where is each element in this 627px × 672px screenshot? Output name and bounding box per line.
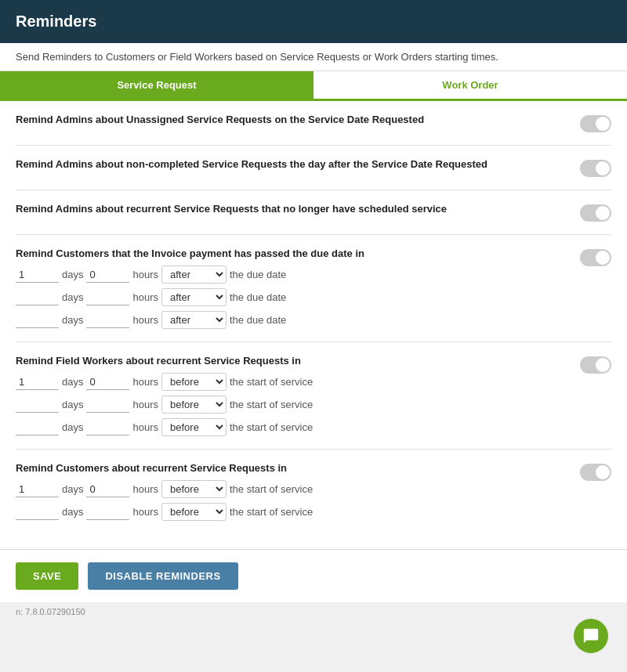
fw-days-label-2: days <box>62 399 83 410</box>
fw-days-1[interactable] <box>16 374 59 390</box>
section-invoice-due: Remind Customers that the Invoice paymen… <box>16 235 611 342</box>
fw-timing-3[interactable]: before after <box>161 418 227 436</box>
invoice-row-2: days hours after before the due date <box>16 288 567 306</box>
section-unassigned: Remind Admins about Unassigned Service R… <box>16 101 611 146</box>
invoice-hours-2[interactable] <box>86 290 129 305</box>
invoice-days-3[interactable] <box>16 313 59 328</box>
section-unassigned-title: Remind Admins about Unassigned Service R… <box>16 114 567 125</box>
section-recurrent-admin-title: Remind Admins about recurrent Service Re… <box>16 203 567 215</box>
cr-result-2: the start of service <box>230 506 313 518</box>
save-button[interactable]: SAVE <box>16 562 78 590</box>
cr-hours-2[interactable] <box>86 504 129 520</box>
cr-result-1: the start of service <box>230 483 313 495</box>
invoice-days-label-1: days <box>62 269 83 280</box>
invoice-row-3: days hours after before the due date <box>16 311 567 329</box>
cr-hours-label-1: hours <box>132 483 158 495</box>
fw-row-1: days hours before after the start of ser… <box>16 373 567 391</box>
cr-days-2[interactable] <box>16 504 59 520</box>
invoice-days-2[interactable] <box>16 290 59 305</box>
chat-icon <box>582 627 600 645</box>
invoice-hours-3[interactable] <box>86 313 129 328</box>
tab-service-request[interactable]: Service Request <box>0 71 314 99</box>
fw-hours-label-3: hours <box>132 421 158 433</box>
version-text: n: 7.8.0.07290150 <box>0 602 627 621</box>
fw-result-2: the start of service <box>230 399 313 410</box>
invoice-hours-1[interactable] <box>86 267 129 283</box>
invoice-days-1[interactable] <box>16 267 59 283</box>
page-title: Reminders <box>16 13 96 30</box>
cr-days-label-1: days <box>62 483 83 495</box>
tab-work-order[interactable]: Work Order <box>314 71 627 99</box>
fw-timing-1[interactable]: before after <box>161 373 227 391</box>
section-field-workers: Remind Field Workers about recurrent Ser… <box>16 342 611 450</box>
fw-hours-2[interactable] <box>86 397 129 413</box>
fw-days-label-3: days <box>62 421 83 433</box>
cr-row-2: days hours before after the start of ser… <box>16 503 567 521</box>
toggle-unassigned[interactable] <box>580 115 611 132</box>
invoice-result-1: the due date <box>230 269 286 280</box>
section-recurrent-admin: Remind Admins about recurrent Service Re… <box>16 190 611 235</box>
fw-timing-2[interactable]: before after <box>161 396 227 414</box>
main-content: Remind Admins about Unassigned Service R… <box>0 101 627 549</box>
invoice-days-label-3: days <box>62 314 83 326</box>
fw-days-3[interactable] <box>16 420 59 435</box>
fw-days-2[interactable] <box>16 397 59 413</box>
fw-row-2: days hours before after the start of ser… <box>16 396 567 414</box>
invoice-timing-2[interactable]: after before <box>161 288 227 306</box>
toggle-recurrent-admin[interactable] <box>580 204 611 222</box>
header: Reminders Send Reminders to Customers or… <box>0 0 627 71</box>
invoice-hours-label-2: hours <box>132 291 158 303</box>
tabs-container: Service Request Work Order <box>0 71 627 101</box>
section-invoice-title: Remind Customers that the Invoice paymen… <box>16 247 567 259</box>
toggle-invoice[interactable] <box>580 249 611 266</box>
section-non-completed: Remind Admins about non-completed Servic… <box>16 146 611 190</box>
cr-timing-1[interactable]: before after <box>161 480 227 498</box>
fw-hours-label-1: hours <box>132 376 158 388</box>
cr-hours-label-2: hours <box>132 506 158 518</box>
fw-result-1: the start of service <box>230 376 313 388</box>
toggle-field-workers[interactable] <box>580 356 611 374</box>
cr-days-1[interactable] <box>16 482 59 497</box>
invoice-timing-1[interactable]: after before <box>161 266 227 284</box>
invoice-timing-3[interactable]: after before <box>161 311 227 329</box>
invoice-result-2: the due date <box>230 291 286 303</box>
cr-days-label-2: days <box>62 506 83 518</box>
chat-bubble-button[interactable] <box>574 619 608 653</box>
section-non-completed-title: Remind Admins about non-completed Servic… <box>16 158 567 170</box>
fw-hours-3[interactable] <box>86 420 129 435</box>
fw-hours-label-2: hours <box>132 399 158 410</box>
fw-days-label-1: days <box>62 376 83 388</box>
invoice-hours-label-3: hours <box>132 314 158 326</box>
section-field-workers-title: Remind Field Workers about recurrent Ser… <box>16 355 567 367</box>
invoice-hours-label-1: hours <box>132 269 158 280</box>
invoice-result-3: the due date <box>230 314 286 326</box>
fw-result-3: the start of service <box>230 421 313 433</box>
subtitle-text: Send Reminders to Customers or Field Wor… <box>16 51 498 63</box>
cr-hours-1[interactable] <box>86 482 129 497</box>
invoice-row-1: days hours after before the due date <box>16 266 567 284</box>
footer: SAVE DISABLE REMINDERS <box>0 549 627 602</box>
section-customers-title: Remind Customers about recurrent Service… <box>16 462 567 474</box>
toggle-non-completed[interactable] <box>580 160 611 177</box>
cr-row-1: days hours before after the start of ser… <box>16 480 567 498</box>
fw-hours-1[interactable] <box>86 374 129 390</box>
toggle-customers-recurrent[interactable] <box>580 464 611 481</box>
cr-timing-2[interactable]: before after <box>161 503 227 521</box>
disable-button[interactable]: DISABLE REMINDERS <box>88 562 237 590</box>
fw-row-3: days hours before after the start of ser… <box>16 418 567 436</box>
section-customers-recurrent: Remind Customers about recurrent Service… <box>16 450 611 533</box>
invoice-days-label-2: days <box>62 291 83 303</box>
